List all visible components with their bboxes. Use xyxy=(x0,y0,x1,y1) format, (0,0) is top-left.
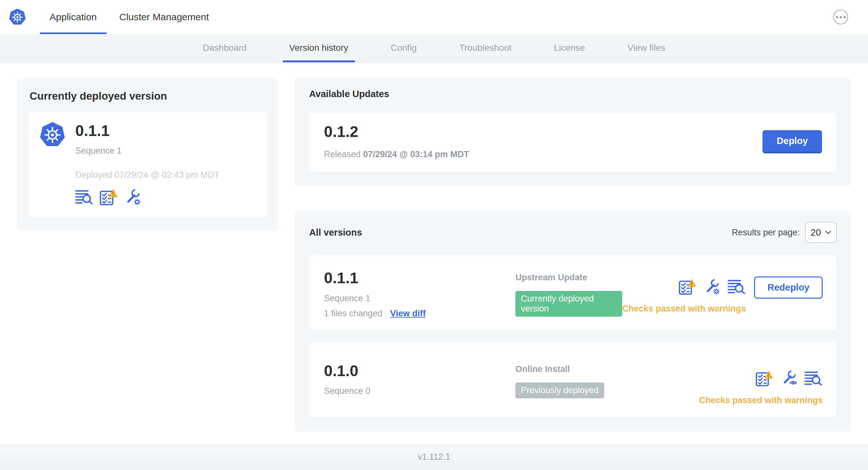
files-changed-label: 1 files changed xyxy=(324,309,382,318)
preflight-checks-warning-icon[interactable] xyxy=(756,370,774,387)
logs-icon[interactable] xyxy=(75,190,93,204)
right-column: Available Updates 0.1.2 Released 07/29/2… xyxy=(294,78,851,432)
header-tab-cluster-management[interactable]: Cluster Management xyxy=(110,0,218,34)
preflight-checks-warning-icon[interactable] xyxy=(100,189,118,205)
row-sequence: Sequence 1 xyxy=(324,294,516,303)
version-row-0.1.0: 0.1.0 Sequence 0 Online Install Previous… xyxy=(309,342,837,417)
view-config-icon[interactable] xyxy=(781,370,797,386)
logs-icon[interactable] xyxy=(805,371,823,385)
app-header: Application Cluster Management xyxy=(0,0,868,34)
tab-dashboard[interactable]: Dashboard xyxy=(196,34,253,62)
edit-config-icon[interactable] xyxy=(125,189,141,205)
row-version-number: 0.1.1 xyxy=(324,270,516,286)
ellipsis-icon xyxy=(836,16,838,18)
admin-console-version: v1.112.1 xyxy=(417,452,451,462)
tab-config[interactable]: Config xyxy=(384,34,423,62)
all-versions-panel: All versions Results per page: 20 0.1.1 … xyxy=(294,211,851,431)
app-footer: v1.112.1 xyxy=(0,444,868,470)
tab-version-history[interactable]: Version history xyxy=(283,34,355,62)
preflight-status-text: Checks passed with warnings xyxy=(699,395,823,405)
all-versions-title: All versions xyxy=(309,227,362,238)
header-tab-label: Cluster Management xyxy=(119,11,209,23)
tab-view-files[interactable]: View files xyxy=(621,34,672,62)
status-badge: Currently deployed version xyxy=(516,291,622,317)
tab-license[interactable]: License xyxy=(548,34,592,62)
deploy-button[interactable]: Deploy xyxy=(763,130,822,153)
row-version-number: 0.1.0 xyxy=(324,363,516,379)
deployed-timestamp: Deployed 07/29/24 @ 02:43 pm MDT xyxy=(75,170,219,180)
row-sequence: Sequence 0 xyxy=(324,386,516,396)
redeploy-button[interactable]: Redeploy xyxy=(754,276,823,299)
available-update-card: 0.1.2 Released 07/29/24 @ 03:14 pm MDT D… xyxy=(309,113,837,172)
results-per-page-label: Results per page: xyxy=(732,228,800,238)
version-source-type: Upstream Update xyxy=(516,273,622,282)
app-subnav: Dashboard Version history Config Trouble… xyxy=(0,34,868,62)
main-content: Currently deployed version 0.1.1 Sequenc… xyxy=(0,62,868,432)
preflight-checks-warning-icon[interactable] xyxy=(679,278,697,295)
results-per-page-select[interactable]: 20 xyxy=(805,222,837,243)
header-tab-label: Application xyxy=(50,11,97,23)
currently-deployed-panel: Currently deployed version 0.1.1 Sequenc… xyxy=(17,78,279,231)
currently-deployed-title: Currently deployed version xyxy=(30,90,267,102)
currently-deployed-card: 0.1.1 Sequence 1 Deployed 07/29/24 @ 02:… xyxy=(28,112,267,217)
kubernetes-logo xyxy=(9,0,26,34)
available-updates-panel: Available Updates 0.1.2 Released 07/29/2… xyxy=(294,78,851,186)
edit-config-icon[interactable] xyxy=(705,279,720,295)
preflight-status-text: Checks passed with warnings xyxy=(622,304,746,314)
deployed-version-number: 0.1.1 xyxy=(75,123,219,139)
status-badge: Previously deployed xyxy=(516,382,604,398)
update-released-line: Released 07/29/24 @ 03:14 pm MDT xyxy=(324,149,469,160)
logs-icon[interactable] xyxy=(728,279,746,294)
update-version-number: 0.1.2 xyxy=(324,124,469,140)
view-diff-link[interactable]: View diff xyxy=(390,309,426,318)
version-row-0.1.1: 0.1.1 Sequence 1 1 files changed View di… xyxy=(309,255,837,330)
more-menu-button[interactable] xyxy=(833,10,848,25)
chevron-down-icon xyxy=(825,231,831,234)
version-source-type: Online Install xyxy=(516,364,699,374)
header-tab-application[interactable]: Application xyxy=(40,0,106,34)
available-updates-title: Available Updates xyxy=(309,89,837,99)
deployed-sequence: Sequence 1 xyxy=(75,146,219,156)
tab-troubleshoot[interactable]: Troubleshoot xyxy=(453,34,518,62)
update-released-date: 07/29/24 @ 03:14 pm MDT xyxy=(363,149,469,159)
kubernetes-app-icon xyxy=(40,122,65,147)
